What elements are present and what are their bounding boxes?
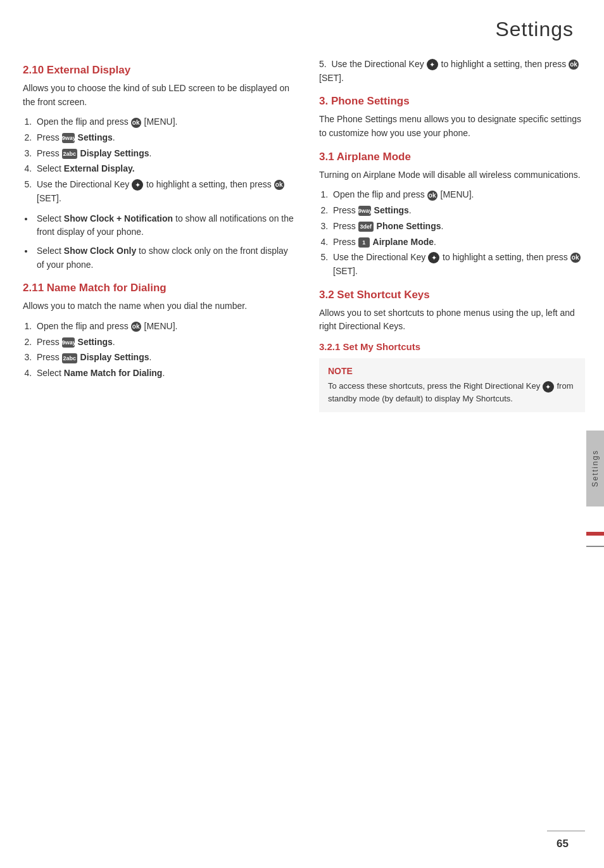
side-tab: Settings [586, 431, 604, 506]
section-321-title: 3.2.1 Set My Shortcuts [319, 341, 585, 352]
page-header: Settings [0, 0, 604, 47]
section-210-body: Allows you to choose the kind of sub LED… [23, 82, 294, 109]
section-3-title: 3. Phone Settings [319, 95, 585, 108]
section-211-title: 2.11 Name Match for Dialing [23, 282, 294, 294]
9way-icon: 9way [62, 133, 75, 143]
step-item: Use the Directional Key ✦ to highlight a… [330, 251, 585, 278]
9way-icon: 9way [62, 337, 75, 348]
section-211-body: Allows you to match the name when you di… [23, 299, 294, 313]
page-divider [547, 831, 585, 832]
dir-icon: ✦ [428, 252, 439, 263]
section-211-steps: Open the flip and press ok [MENU]. Press… [23, 320, 294, 381]
2abc-icon: 2abc [62, 353, 77, 363]
step-item: Select Name Match for Dialing. [34, 367, 294, 381]
section-31-steps: Open the flip and press ok [MENU]. Press… [319, 188, 585, 278]
step-item: Press 9way Settings. [34, 131, 294, 145]
left-column: 2.10 External Display Allows you to choo… [23, 54, 294, 412]
bullet-item: Select Show Clock Only to show clock onl… [34, 244, 294, 272]
ok-icon: ok [427, 191, 437, 201]
section-210: 2.10 External Display Allows you to choo… [23, 64, 294, 272]
step-item: Open the flip and press ok [MENU]. [330, 188, 585, 202]
side-tab-bar [586, 532, 604, 536]
section-210-bullets: Select Show Clock + Notification to show… [23, 212, 294, 272]
step-item: Press 9way Settings. [34, 336, 294, 349]
section-3-body: The Phone Settings menu allows you to de… [319, 113, 585, 140]
step-item: Press 2abc Display Settings. [34, 147, 294, 161]
page-container: Settings Settings 2.10 External Display … [0, 0, 604, 868]
note-box: NOTE To access these shortcuts, press th… [319, 358, 585, 412]
3def-icon: 3def [358, 222, 374, 232]
main-content: 2.10 External Display Allows you to choo… [0, 47, 604, 431]
section-31-body: Turning on Airplane Mode will disable al… [319, 168, 585, 182]
page-title: Settings [495, 18, 574, 41]
ok-icon: ok [131, 322, 141, 332]
step-item: Open the flip and press ok [MENU]. [34, 115, 294, 129]
section-32: 3.2 Set Shortcut Keys Allows you to set … [319, 289, 585, 334]
dir-icon: ✦ [132, 179, 143, 191]
step5-continuation: 5. Use the Directional Key ✦ to highligh… [319, 58, 585, 85]
dir-icon: ✦ [427, 59, 438, 70]
2abc-icon: 2abc [62, 149, 77, 159]
step-item: Press 1 Airplane Mode. [330, 236, 585, 249]
ok-icon: ok [570, 253, 581, 263]
step-item: Use the Directional Key ✦ to highlight a… [34, 178, 294, 205]
step-item: Open the flip and press ok [MENU]. [34, 320, 294, 334]
step-item: Select External Display. [34, 162, 294, 176]
note-label: NOTE [328, 366, 576, 376]
section-32-title: 3.2 Set Shortcut Keys [319, 289, 585, 301]
dir-icon: ✦ [543, 381, 554, 393]
ok-icon: ok [131, 118, 141, 128]
side-tab-label: Settings [591, 450, 600, 487]
bullet-item: Select Show Clock + Notification to show… [34, 212, 294, 239]
1-icon: 1 [358, 237, 370, 248]
step-item: Press 9way Settings. [330, 204, 585, 218]
section-31: 3.1 Airplane Mode Turning on Airplane Mo… [319, 151, 585, 279]
section-3: 3. Phone Settings The Phone Settings men… [319, 95, 585, 140]
step-item: Press 3def Phone Settings. [330, 220, 585, 234]
section-210-steps: Open the flip and press ok [MENU]. Press… [23, 115, 294, 205]
9way-icon: 9way [358, 206, 371, 216]
side-tab-line [586, 546, 604, 547]
right-column: 5. Use the Directional Key ✦ to highligh… [313, 54, 585, 412]
ok-icon: ok [274, 180, 284, 190]
section-211: 2.11 Name Match for Dialing Allows you t… [23, 282, 294, 380]
step-item: Press 2abc Display Settings. [34, 351, 294, 365]
note-body: To access these shortcuts, press the Rig… [328, 380, 576, 405]
ok-icon: ok [569, 60, 579, 70]
section-32-body: Allows you to set shortcuts to phone men… [319, 306, 585, 334]
page-number: 65 [557, 838, 569, 850]
section-31-title: 3.1 Airplane Mode [319, 151, 585, 163]
section-321: 3.2.1 Set My Shortcuts NOTE To access th… [319, 341, 585, 412]
section-210-title: 2.10 External Display [23, 64, 294, 77]
